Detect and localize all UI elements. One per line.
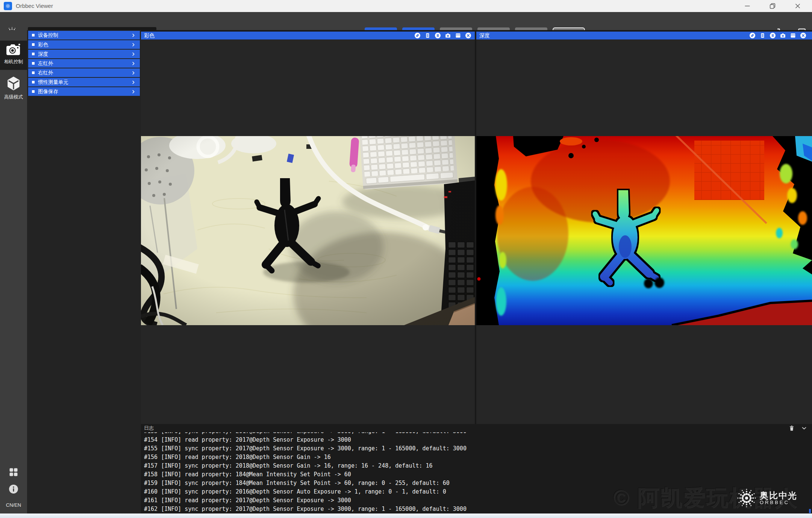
orbbec-viewer-window: Orbbec Viewer Orbbec Gemini 335 SN:CP1L4… <box>0 0 812 518</box>
chevron-right-icon <box>131 89 136 94</box>
pause-icon[interactable] <box>769 32 776 39</box>
menu-item-depth[interactable]: 深度 <box>28 50 140 58</box>
log-line: #155 [INFO] sync property: 2017@Depth Se… <box>144 444 809 453</box>
menu-item-right-ir[interactable]: 右红外 <box>28 68 140 77</box>
save-icon[interactable] <box>454 32 462 39</box>
bullet-icon <box>32 62 35 65</box>
bullet-icon <box>32 90 35 93</box>
corner-accent <box>809 509 811 513</box>
bullet-icon <box>32 34 35 36</box>
minimize-button[interactable] <box>738 0 756 12</box>
menu-item-image-save[interactable]: 图像保存 <box>28 87 140 96</box>
log-header: 日志 <box>141 424 812 432</box>
horizontal-scrollbar[interactable] <box>0 513 812 518</box>
color-stream-panel: 彩色 <box>141 30 475 424</box>
sidebar-item-advanced-mode[interactable]: 高级模式 <box>0 74 27 104</box>
depth-stream-image[interactable] <box>476 136 812 325</box>
depth-panel-title: 深度 <box>479 32 490 39</box>
sidebar-item-camera-control[interactable]: 相机控制 <box>0 41 27 71</box>
log-line: #154 [INFO] read property: 2017@Depth Se… <box>144 436 809 444</box>
chevron-down-icon[interactable] <box>801 425 807 432</box>
sidebar-item-label: 高级模式 <box>0 94 27 100</box>
chevron-right-icon <box>131 51 136 57</box>
trash-icon[interactable] <box>788 424 795 432</box>
snapshot-icon[interactable] <box>779 32 786 39</box>
log-line: #153 [INFO] sync property: 2017@Depth Se… <box>144 432 809 436</box>
sidebar-item-label: 相机控制 <box>0 59 27 65</box>
pause-icon[interactable] <box>434 32 441 39</box>
close-stream-icon[interactable] <box>800 32 807 39</box>
chevron-right-icon <box>131 42 136 47</box>
title-bar: Orbbec Viewer <box>0 0 812 12</box>
log-line: #157 [INFO] sync property: 2018@Depth Se… <box>144 462 809 470</box>
info-icon[interactable] <box>8 483 19 495</box>
brand-en: ORBBEC <box>760 500 797 505</box>
watermark-orbbec-brand: 奥比中光 ORBBEC <box>736 487 797 509</box>
cube-icon <box>6 75 21 92</box>
grid-apps-icon[interactable] <box>8 467 19 477</box>
language-toggle[interactable]: CN/EN <box>0 502 27 508</box>
brand-cn: 奥比中光 <box>760 491 797 500</box>
bullet-icon <box>32 53 35 55</box>
close-stream-icon[interactable] <box>465 32 472 39</box>
log-line: #158 [INFO] read property: 184@Mean Inte… <box>144 470 809 479</box>
depth-stream-panel: 深度 <box>476 30 812 424</box>
window-title: Orbbec Viewer <box>16 0 53 12</box>
color-panel-title: 彩色 <box>144 32 155 39</box>
menu-item-device-control[interactable]: 设备控制 <box>28 31 140 39</box>
bullet-icon <box>32 81 35 83</box>
log-panel: 日志 #153 [INFO] sync property: 2017@Depth… <box>141 424 812 513</box>
log-line: #156 [INFO] read property: 2018@Depth Se… <box>144 453 809 462</box>
orbbec-dots-logo-icon <box>736 487 757 509</box>
properties-icon[interactable] <box>424 32 431 39</box>
chevron-right-icon <box>131 80 136 85</box>
color-panel-header: 彩色 <box>141 32 475 39</box>
menu-item-color[interactable]: 彩色 <box>28 40 140 49</box>
snapshot-icon[interactable] <box>444 32 451 39</box>
camera-icon <box>5 43 22 56</box>
expand-icon[interactable] <box>414 32 421 39</box>
menu-item-left-ir[interactable]: 左红外 <box>28 59 140 68</box>
depth-panel-header: 深度 <box>476 32 812 39</box>
chevron-right-icon <box>131 33 136 38</box>
close-button[interactable] <box>789 0 807 12</box>
app-logo-icon <box>4 2 12 10</box>
left-sidebar: 相机控制 高级模式 CN/EN <box>0 30 27 518</box>
main-toolbar: Orbbec Gemini 335 SN:CP1L44P00049 USB3.2… <box>0 12 812 30</box>
chevron-right-icon <box>131 70 136 76</box>
log-title: 日志 <box>144 425 154 432</box>
chevron-right-icon <box>131 61 136 66</box>
restore-button[interactable] <box>764 0 782 12</box>
expand-icon[interactable] <box>749 32 756 39</box>
bullet-icon <box>32 71 35 74</box>
color-stream-image[interactable] <box>141 136 475 325</box>
properties-icon[interactable] <box>759 32 766 39</box>
vignette <box>141 136 475 325</box>
camera-control-menu: 设备控制 彩色 深度 左红外 右红外 惯性测量单元 <box>27 30 141 518</box>
stream-panels-area: 彩色 <box>141 30 812 424</box>
save-icon[interactable] <box>789 32 797 39</box>
bullet-icon <box>32 43 35 46</box>
menu-item-imu[interactable]: 惯性测量单元 <box>28 78 140 86</box>
